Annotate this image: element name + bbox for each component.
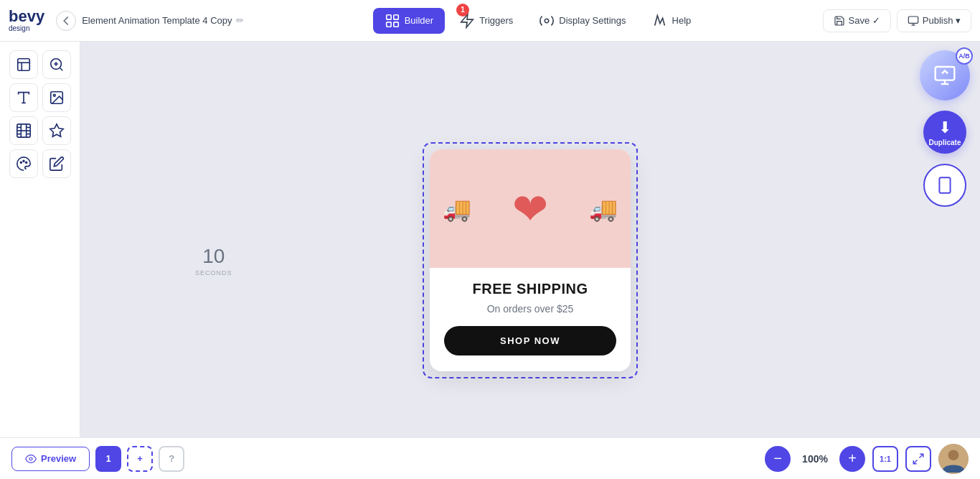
svg-point-19 [53, 94, 55, 96]
page-1-button[interactable]: 1 [95, 446, 121, 472]
popup-shop-now-button[interactable]: SHOP NOW [444, 326, 616, 355]
ab-badge: A/B [956, 47, 973, 65]
sidebar-row-4 [0, 149, 80, 178]
canvas: 10 SECONDS 🚚 ❤ 🚚 FREE SHIPPING On orders… [80, 42, 980, 479]
svg-point-31 [25, 162, 27, 163]
zoom-out-button[interactable]: − [765, 446, 791, 472]
svg-rect-6 [908, 17, 918, 23]
svg-point-30 [23, 160, 24, 162]
logo-sub: design [9, 24, 44, 32]
nav-help[interactable]: Help [641, 8, 703, 34]
user-avatar [938, 444, 969, 474]
add-page-button[interactable]: + [127, 446, 153, 472]
monitor-icon [933, 64, 956, 87]
zoom-percentage: 100% [798, 453, 832, 465]
sidebar-row-1 [0, 50, 80, 79]
download-icon: ⬇ [938, 118, 951, 137]
nav-display-settings[interactable]: Display Settings [527, 8, 637, 34]
timer-seconds: 10 [195, 245, 232, 268]
publish-label: Publish ▾ [923, 15, 961, 26]
save-label: Save ✓ [849, 15, 880, 26]
svg-point-41 [948, 450, 959, 460]
popup-title: FREE SHIPPING [444, 281, 616, 297]
popup-body: FREE SHIPPING On orders over $25 SHOP NO… [430, 268, 631, 371]
video-icon[interactable] [9, 116, 38, 145]
help-page-button[interactable]: ? [159, 446, 184, 472]
popup-subtitle: On orders over $25 [444, 303, 616, 315]
header: bevy design Element Animation Template 4… [0, 0, 980, 42]
header-right: Save ✓ Publish ▾ [823, 9, 972, 32]
layout-icon[interactable] [9, 50, 38, 79]
save-button[interactable]: Save ✓ [823, 9, 891, 32]
truck-right-icon: 🚚 [589, 195, 618, 223]
sidebar-row-2 [0, 83, 80, 112]
text-icon[interactable] [9, 83, 38, 112]
svg-rect-9 [17, 59, 29, 71]
publish-button[interactable]: Publish ▾ [897, 9, 971, 32]
bottom-bar: Preview 1 + ? − 100% + 1:1 [0, 437, 980, 479]
edit-title-icon[interactable]: ✏ [236, 15, 244, 26]
popup-card: 🚚 ❤ 🚚 FREE SHIPPING On orders over $25 S… [430, 149, 631, 371]
zoom-controls: − 100% + 1:1 [765, 444, 969, 474]
ab-test-button[interactable]: A/B [920, 50, 970, 101]
mobile-icon [936, 176, 954, 195]
zoom-in-button[interactable]: + [839, 446, 865, 472]
image-icon[interactable] [42, 83, 71, 112]
right-panel: A/B ⬇ Duplicate [920, 50, 970, 207]
svg-rect-35 [939, 177, 950, 193]
mobile-view-button[interactable] [923, 164, 966, 207]
nav-triggers[interactable]: 1 Triggers [448, 8, 524, 34]
nav-triggers-label: Triggers [479, 15, 513, 26]
back-button[interactable] [56, 11, 76, 31]
preview-button[interactable]: Preview [11, 447, 90, 471]
nav-builder-label: Builder [405, 15, 433, 26]
nav-help-label: Help [672, 15, 692, 26]
popup-wrapper[interactable]: 🚚 ❤ 🚚 FREE SHIPPING On orders over $25 S… [423, 142, 638, 378]
logo: bevy design [9, 9, 44, 32]
preview-label: Preview [41, 453, 76, 464]
svg-marker-28 [50, 124, 62, 136]
sidebar-row-3 [0, 116, 80, 145]
add-element-icon[interactable] [42, 50, 71, 79]
svg-line-39 [913, 460, 917, 463]
title-text: Element Animation Template 4 Copy [82, 15, 232, 26]
triggers-badge: 1 [456, 4, 469, 17]
logo-name: bevy [9, 9, 44, 24]
star-icon[interactable] [42, 116, 71, 145]
svg-rect-0 [386, 14, 390, 19]
nav-builder[interactable]: Builder [373, 8, 445, 34]
svg-rect-3 [394, 22, 398, 26]
timer-label: SECONDS [195, 269, 232, 276]
popup-image-area: 🚚 ❤ 🚚 [430, 149, 631, 268]
svg-point-37 [29, 457, 32, 460]
duplicate-button[interactable]: ⬇ Duplicate [923, 111, 966, 154]
duplicate-label: Duplicate [928, 139, 961, 147]
svg-line-38 [920, 454, 923, 457]
avatar[interactable] [938, 444, 969, 474]
svg-point-29 [20, 162, 22, 163]
heart-icon: ❤ [512, 184, 548, 234]
svg-rect-32 [936, 67, 955, 80]
svg-rect-2 [386, 22, 390, 26]
nav-display-settings-label: Display Settings [559, 15, 626, 26]
svg-rect-1 [394, 14, 398, 19]
left-sidebar [0, 42, 80, 479]
svg-point-5 [545, 19, 550, 23]
fullscreen-button[interactable] [905, 446, 931, 472]
edit-draw-icon[interactable] [42, 149, 71, 178]
truck-left-icon: 🚚 [443, 195, 471, 223]
paint-icon[interactable] [9, 149, 38, 178]
ratio-button[interactable]: 1:1 [872, 446, 898, 472]
svg-line-13 [60, 68, 62, 70]
document-title: Element Animation Template 4 Copy ✏ [82, 15, 244, 26]
main-nav: Builder 1 Triggers Display Settings Help [258, 8, 816, 34]
timer-block: 10 SECONDS [195, 245, 232, 276]
